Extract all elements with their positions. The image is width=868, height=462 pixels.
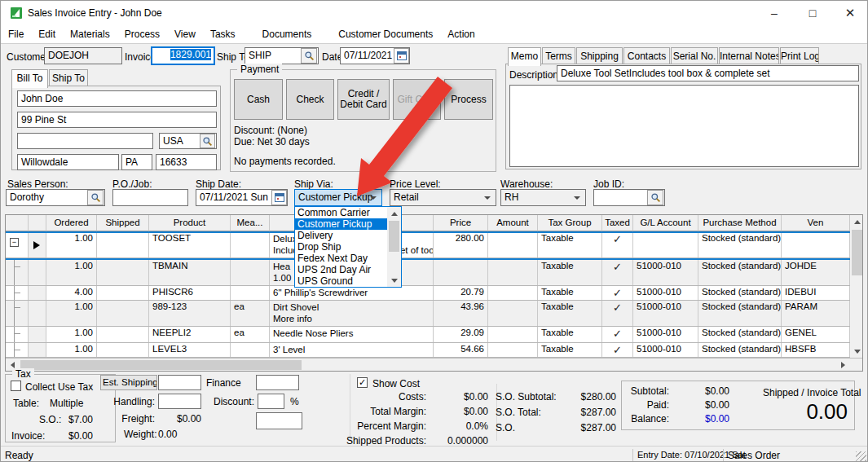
cell-description[interactable]: Dirt ShovelMore info [270, 301, 434, 326]
cell-measure[interactable] [231, 232, 270, 257]
cell-tax_group[interactable]: Taxable [538, 260, 602, 285]
cell-gl_account[interactable] [633, 232, 698, 257]
cell-product[interactable]: LEVEL3 [149, 343, 231, 357]
cell-purchase_method[interactable]: Stocked (standard) [698, 260, 782, 285]
cell-product[interactable]: NEEPLI2 [149, 327, 231, 342]
scroll-down-icon[interactable] [391, 279, 398, 283]
menu-documents[interactable]: Documents [255, 25, 319, 43]
cell-price[interactable]: 280.00 [434, 232, 488, 257]
cell-gl_account[interactable]: 51000-010 [633, 327, 698, 342]
scrollbar-thumb[interactable] [20, 360, 302, 370]
tab-memo[interactable]: Memo [508, 47, 541, 66]
dropdown-option[interactable]: Customer Pickup [295, 218, 387, 230]
cell-amount[interactable] [488, 286, 538, 300]
menu-file[interactable]: File [1, 25, 31, 43]
billto-city-field[interactable]: Willowdale [17, 154, 119, 170]
customer-id-field[interactable]: DOEJOH [44, 47, 122, 64]
finance-field[interactable] [256, 375, 299, 390]
menu-edit[interactable]: Edit [31, 25, 63, 43]
menu-process[interactable]: Process [117, 25, 167, 43]
column-header-product[interactable]: Product [149, 215, 231, 231]
scrollbar-thumb[interactable] [852, 230, 862, 275]
cell-gl_account[interactable]: 51000-010 [633, 343, 698, 357]
cell-vendor[interactable] [782, 232, 850, 257]
scroll-down-icon[interactable] [850, 345, 863, 358]
cell-ordered[interactable]: 1.00 [46, 301, 97, 326]
cell-shipped[interactable] [97, 286, 149, 300]
handling-field[interactable] [158, 394, 201, 409]
table-row[interactable]: 1.00NEEPLI2eaNeedle Nose Pliers29.09Taxa… [6, 327, 850, 343]
table-row[interactable]: 1.00TBMAINHea1.00Taxable✓51000-010Stocke… [6, 260, 850, 286]
discount-field[interactable] [258, 394, 284, 409]
cell-description[interactable]: 6" Phillip's Screwdriver [270, 286, 434, 300]
grid-vertical-scrollbar[interactable] [850, 215, 863, 358]
cell-taxed[interactable]: ✓ [602, 260, 633, 285]
menu-materials[interactable]: Materials [63, 25, 117, 43]
cell-vendor[interactable]: IDEBUI [782, 286, 850, 300]
row-selector-cell[interactable] [29, 232, 46, 257]
resize-grip[interactable] [856, 451, 866, 462]
cell-purchase_method[interactable]: Stocked (standard) [698, 327, 782, 342]
cell-measure[interactable] [231, 343, 270, 357]
credit-debit-card-button[interactable]: Credit / Debit Card [337, 79, 390, 120]
tree-collapse-icon[interactable]: − [10, 238, 19, 247]
row-selector-cell[interactable] [29, 327, 46, 342]
dropdown-scrollbar[interactable] [387, 207, 401, 287]
cell-amount[interactable] [488, 343, 538, 357]
calendar-icon[interactable] [271, 190, 287, 205]
menu-tasks[interactable]: Tasks [203, 25, 243, 43]
cell-amount[interactable] [488, 327, 538, 342]
tab-contacts[interactable]: Contacts [623, 47, 670, 64]
menu-action[interactable]: Action [440, 25, 482, 43]
cell-gl_account[interactable]: 51000-010 [633, 286, 698, 300]
cell-price[interactable]: 29.09 [434, 327, 488, 342]
billto-line3-field[interactable] [17, 133, 153, 149]
cell-tax_group[interactable]: Taxable [538, 286, 602, 300]
cell-taxed[interactable]: ✓ [602, 327, 633, 342]
cell-taxed[interactable]: ✓ [602, 301, 633, 326]
scroll-up-icon[interactable] [391, 212, 398, 216]
minimize-button[interactable]: – [757, 1, 791, 25]
cell-product[interactable]: 989-123 [149, 301, 231, 326]
invoice-field[interactable]: 1829.001 [151, 46, 215, 65]
cell-vendor[interactable]: GENEL [782, 327, 850, 342]
est-shipping-field[interactable] [158, 375, 201, 390]
scroll-up-icon[interactable] [850, 215, 863, 228]
cell-shipped[interactable] [97, 301, 149, 326]
cell-price[interactable] [434, 260, 488, 285]
cell-vendor[interactable]: HBSFB [782, 343, 850, 357]
dropdown-option[interactable]: UPS Ground [295, 275, 387, 287]
column-header-vendor[interactable]: Ven [782, 215, 850, 231]
cell-tax_group[interactable]: Taxable [538, 301, 602, 326]
cell-purchase_method[interactable]: Stocked (standard) [698, 343, 782, 357]
row-selector-cell[interactable] [29, 286, 46, 300]
cell-ordered[interactable]: 4.00 [46, 286, 97, 300]
row-selector-cell[interactable] [29, 260, 46, 285]
cell-shipped[interactable] [97, 327, 149, 342]
cell-ordered[interactable]: 1.00 [46, 327, 97, 342]
cell-tax_group[interactable]: Taxable [538, 232, 602, 257]
menu-customer-documents[interactable]: Customer Documents [331, 25, 440, 43]
cell-measure[interactable]: ea [231, 301, 270, 326]
dropdown-option[interactable]: UPS 2nd Day Air [295, 264, 387, 275]
job-id-lookup-button[interactable] [647, 190, 663, 205]
cell-measure[interactable] [231, 260, 270, 285]
show-cost-checkbox[interactable]: ✓ [357, 377, 368, 388]
column-header-shipped[interactable]: Shipped [97, 215, 149, 231]
cell-description[interactable]: 3' Level [270, 343, 434, 357]
cell-purchase_method[interactable]: Stocked (standard) [698, 301, 782, 326]
cell-purchase_method[interactable]: Stocked (standard) [698, 286, 782, 300]
cell-gl_account[interactable]: 51000-010 [633, 260, 698, 285]
cell-vendor[interactable]: PARAM [782, 301, 850, 326]
check-button[interactable]: Check [286, 79, 334, 120]
menu-view[interactable]: View [167, 25, 203, 43]
cell-price[interactable]: 20.79 [434, 286, 488, 300]
cell-price[interactable]: 54.66 [434, 343, 488, 357]
grid-horizontal-scrollbar[interactable] [6, 358, 863, 372]
cell-product[interactable]: TOOSET [149, 232, 231, 257]
cell-ordered[interactable]: 1.00 [46, 343, 97, 357]
table-row[interactable]: 1.00989-123eaDirt ShovelMore info43.96Ta… [6, 301, 850, 327]
cell-purchase_method[interactable]: Stocked (standard) [698, 232, 782, 257]
column-header-gl_account[interactable]: G/L Account [633, 215, 698, 231]
ship-via-combo[interactable]: Customer Pickup [294, 189, 382, 206]
